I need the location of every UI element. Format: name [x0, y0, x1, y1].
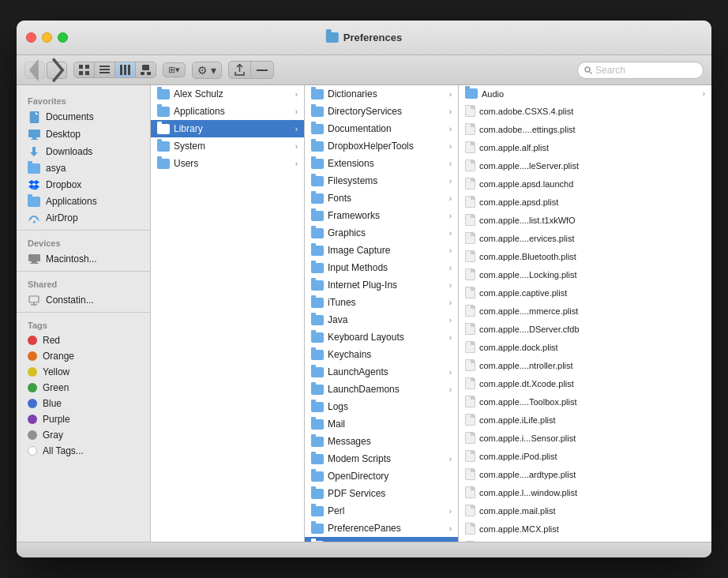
col2-item[interactable]: Input Methods› — [305, 259, 458, 276]
col2-item[interactable]: PDF Services — [305, 485, 458, 502]
file-icon — [465, 232, 475, 244]
sidebar-item-downloads[interactable]: Downloads — [17, 143, 150, 160]
col3-item[interactable]: com.apple....Toolbox.plist — [459, 392, 711, 411]
col1-item-system[interactable]: System › — [151, 137, 304, 155]
col2-item[interactable]: Keychains — [305, 346, 458, 363]
col2-item[interactable]: Image Capture› — [305, 242, 458, 259]
sidebar-tag-gray[interactable]: Gray — [17, 427, 150, 443]
col3-item[interactable]: com.apple.iLife.plist — [459, 411, 711, 429]
col2-item[interactable]: PreferencePanes› — [305, 520, 458, 537]
list-view-button[interactable] — [95, 62, 115, 77]
col3-item[interactable]: com.apple.i...Sensor.plist — [459, 429, 711, 447]
col3-item[interactable]: com.apple.iPod.plist — [459, 447, 711, 465]
col2-item[interactable]: LaunchAgents› — [305, 363, 458, 381]
sidebar-tag-purple[interactable]: Purple — [17, 411, 150, 427]
col3-item[interactable]: com.apple....list.t1xkWfO — [459, 211, 711, 229]
arrange-button[interactable]: ⊞ ▾ — [163, 62, 186, 77]
col1-item-applications[interactable]: Applications › — [151, 103, 304, 120]
col2-item[interactable]: Documentation› — [305, 120, 458, 137]
folder-icon — [311, 350, 324, 360]
col2-item[interactable]: Modem Scripts› — [305, 450, 458, 467]
orange-tag-dot — [28, 351, 37, 361]
col3-item[interactable]: com.apple....ntroller.plist — [459, 356, 711, 374]
col-item-label: Frameworks — [328, 210, 445, 221]
minimize-button[interactable] — [42, 32, 52, 43]
sidebar-tag-yellow[interactable]: Yellow — [17, 364, 150, 380]
col3-item[interactable]: com.apple.apsd.launchd — [459, 175, 711, 193]
col1-item-library[interactable]: Library › — [151, 120, 304, 137]
col3-item[interactable]: com.adobe....ettings.plist — [459, 120, 711, 138]
sidebar-tag-orange[interactable]: Orange — [17, 348, 150, 364]
col2-item[interactable]: OpenDirectory — [305, 467, 458, 485]
col3-item[interactable]: com.apple.l...window.plist — [459, 483, 711, 501]
drive-icon — [28, 253, 40, 265]
col3-item[interactable]: com.apple.Bluetooth.plist — [459, 247, 711, 265]
col3-item[interactable]: com.apple.dock.plist — [459, 338, 711, 356]
sidebar-item-documents[interactable]: Documents — [17, 108, 150, 126]
maximize-button[interactable] — [58, 32, 68, 43]
col2-item[interactable]: DropboxHelperTools› — [305, 137, 458, 155]
col2-item[interactable]: Java› — [305, 311, 458, 328]
sidebar-item-macintosh[interactable]: Macintosh... — [17, 250, 150, 268]
col2-item[interactable]: Dictionaries› — [305, 85, 458, 103]
col2-item[interactable]: Frameworks› — [305, 207, 458, 224]
sidebar-tag-red[interactable]: Red — [17, 332, 150, 348]
sidebar-tag-blue[interactable]: Blue — [17, 396, 150, 411]
sidebar-tag-green[interactable]: Green — [17, 380, 150, 396]
col3-item[interactable]: com.apple....Locking.plist — [459, 265, 711, 283]
col3-item[interactable]: com.apple....ardtype.plist — [459, 465, 711, 483]
col3-item[interactable]: com.apple....mmerce.plist — [459, 302, 711, 320]
folder-icon — [28, 163, 40, 174]
sidebar-item-shared[interactable]: Constatin... — [17, 291, 150, 309]
col3-item[interactable]: com.apple.dt.Xcode.plist — [459, 374, 711, 392]
file-icon — [465, 268, 475, 280]
sidebar-item-airdrop[interactable]: AirDrop — [17, 209, 150, 227]
col2-item[interactable]: Graphics› — [305, 224, 458, 242]
col-item-label: com.apple....Toolbox.plist — [479, 397, 705, 407]
sidebar-item-dropbox[interactable]: Dropbox — [17, 176, 150, 193]
col3-item[interactable]: com.apple.captive.plist — [459, 283, 711, 302]
sidebar-item-asya[interactable]: asya — [17, 160, 150, 176]
col3-item[interactable]: com.adobe.CSXS.4.plist — [459, 102, 711, 120]
col2-item[interactable]: Logs — [305, 398, 458, 415]
folder-icon — [311, 246, 324, 256]
col2-item[interactable]: iTunes› — [305, 294, 458, 311]
file-icon — [465, 214, 475, 226]
col2-item[interactable]: Mail — [305, 415, 458, 433]
back-button[interactable] — [24, 62, 45, 79]
share-button[interactable] — [229, 62, 251, 78]
col2-item[interactable]: DirectoryServices› — [305, 103, 458, 120]
col3-item[interactable]: Audio› — [459, 85, 711, 102]
col2-item[interactable]: Filesystems› — [305, 172, 458, 190]
col3-item[interactable]: com.apple.alf.plist — [459, 138, 711, 156]
search-box[interactable]: Search — [577, 62, 704, 79]
col3-item[interactable]: com.apple....leServer.plist — [459, 156, 711, 175]
col-item-label: com.adobe.CSXS.4.plist — [479, 107, 705, 116]
col1-item-alexschulz[interactable]: Alex Schulz › — [151, 85, 304, 103]
sidebar-item-applications[interactable]: Applications — [17, 193, 150, 209]
col2-item[interactable]: LaunchDaemons› — [305, 381, 458, 398]
col2-item[interactable]: Extensions› — [305, 155, 458, 172]
col3-item[interactable]: com.apple.apsd.plist — [459, 193, 711, 211]
sidebar-item-desktop[interactable]: Desktop — [17, 126, 150, 143]
col1-item-users[interactable]: Users › — [151, 155, 304, 172]
col2-item[interactable]: Fonts› — [305, 190, 458, 207]
col3-item[interactable]: com.apple.MCX.plist — [459, 520, 711, 538]
col3-item[interactable]: com.apple....DServer.cfdb — [459, 320, 711, 338]
col2-item[interactable]: Keyboard Layouts› — [305, 328, 458, 346]
col3-item[interactable]: com.apple.mail.plist — [459, 501, 711, 520]
tag-button[interactable] — [251, 62, 273, 78]
icon-view-button[interactable] — [74, 62, 95, 77]
column-2: Dictionaries›DirectoryServices›Documenta… — [305, 85, 459, 542]
forward-button[interactable] — [47, 62, 67, 79]
col2-item[interactable]: Internet Plug-Ins› — [305, 276, 458, 294]
folder-icon — [465, 88, 478, 99]
col2-item[interactable]: Messages — [305, 433, 458, 450]
settings-button[interactable]: ⚙ ▾ — [192, 62, 222, 79]
column-view-button[interactable] — [115, 62, 136, 77]
coverflow-view-button[interactable] — [136, 62, 156, 77]
col3-item[interactable]: com.apple....ervices.plist — [459, 229, 711, 247]
col2-item[interactable]: Perl› — [305, 502, 458, 520]
sidebar-tag-all[interactable]: All Tags... — [17, 443, 150, 459]
close-button[interactable] — [26, 32, 36, 43]
